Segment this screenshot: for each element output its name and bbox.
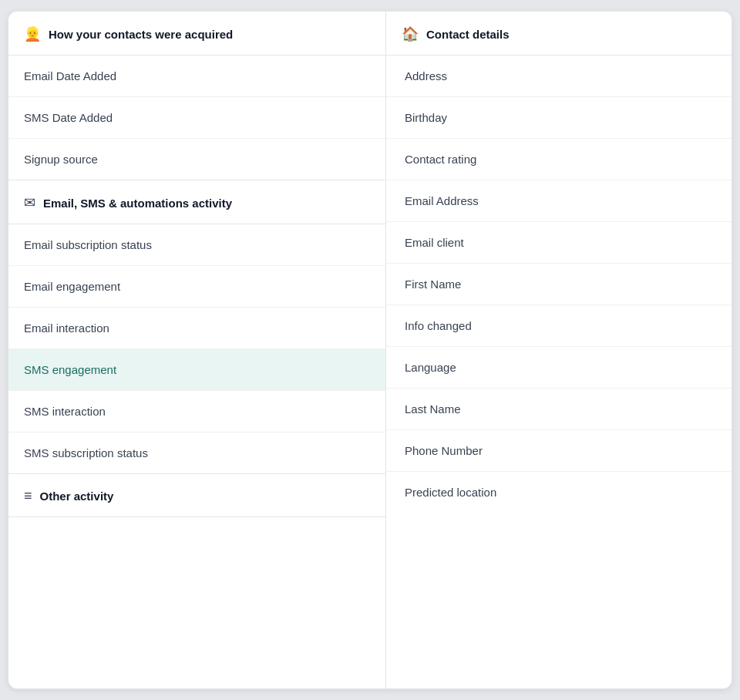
contact-details-title: Contact details — [426, 28, 510, 41]
right-item-language[interactable]: Language — [386, 347, 732, 389]
contact-details-items: Address Birthday Contact rating Email Ad… — [386, 56, 732, 513]
section3-title: Other activity — [40, 490, 114, 503]
email-sms-icon: ✉ — [24, 194, 35, 211]
right-item-phone-number[interactable]: Phone Number — [386, 430, 732, 472]
right-panel: 🏠 Contact details Address Birthday Conta… — [386, 12, 732, 688]
list-item-sms-subscription-status[interactable]: SMS subscription status — [8, 432, 385, 473]
list-item-email-date-added[interactable]: Email Date Added — [8, 56, 385, 97]
list-item-sms-engagement[interactable]: SMS engagement — [8, 349, 385, 391]
right-item-email-client[interactable]: Email client — [386, 222, 732, 264]
right-item-email-address[interactable]: Email Address — [386, 180, 732, 222]
section2-title: Email, SMS & automations activity — [43, 197, 232, 210]
list-item-sms-date-added[interactable]: SMS Date Added — [8, 97, 385, 139]
right-item-info-changed[interactable]: Info changed — [386, 305, 732, 347]
right-item-first-name[interactable]: First Name — [386, 264, 732, 305]
contact-details-icon: 🏠 — [402, 25, 419, 42]
section1-items: Email Date Added SMS Date Added Signup s… — [8, 56, 385, 180]
list-item-email-engagement[interactable]: Email engagement — [8, 266, 385, 308]
left-panel: 👱 How your contacts were acquired Email … — [8, 12, 386, 688]
other-activity-icon: ≡ — [24, 488, 32, 504]
section2-header: ✉ Email, SMS & automations activity — [8, 180, 385, 224]
section1-title: How your contacts were acquired — [49, 28, 233, 41]
section3-header: ≡ Other activity — [8, 473, 385, 517]
list-item-signup-source[interactable]: Signup source — [8, 139, 385, 180]
right-item-last-name[interactable]: Last Name — [386, 389, 732, 430]
right-item-address[interactable]: Address — [386, 56, 732, 97]
section1-header: 👱 How your contacts were acquired — [8, 12, 385, 56]
contacts-acquired-icon: 👱 — [24, 25, 41, 42]
right-item-predicted-location[interactable]: Predicted location — [386, 472, 732, 513]
list-item-email-interaction[interactable]: Email interaction — [8, 308, 385, 349]
main-card: 👱 How your contacts were acquired Email … — [8, 11, 732, 689]
list-item-sms-interaction[interactable]: SMS interaction — [8, 391, 385, 432]
contact-details-header: 🏠 Contact details — [386, 12, 732, 56]
section2-items: Email subscription status Email engageme… — [8, 224, 385, 473]
right-item-contact-rating[interactable]: Contact rating — [386, 139, 732, 180]
list-item-email-subscription-status[interactable]: Email subscription status — [8, 224, 385, 266]
right-item-birthday[interactable]: Birthday — [386, 97, 732, 139]
